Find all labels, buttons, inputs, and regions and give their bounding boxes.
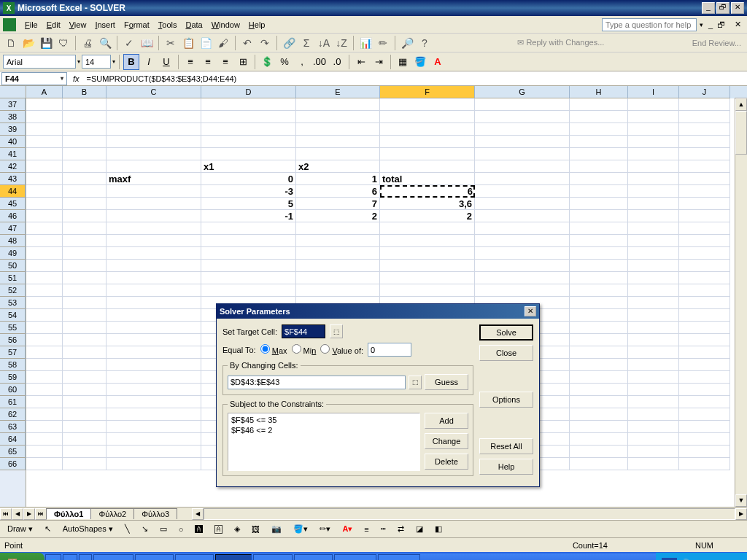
cell-B61[interactable] bbox=[63, 396, 107, 408]
constraints-listbox[interactable]: $F$45 <= 35$F$46 <= 2 bbox=[228, 413, 420, 471]
row-header-62[interactable]: 62 bbox=[0, 408, 26, 421]
autoshapes-menu[interactable]: AutoShapes ▾ bbox=[58, 523, 117, 535]
cell-H42[interactable] bbox=[570, 160, 628, 173]
sheet-tab-1[interactable]: Φύλλο1 bbox=[46, 508, 91, 519]
taskbar-item[interactable]: untitled ... bbox=[294, 554, 333, 560]
cell-C55[interactable] bbox=[107, 322, 201, 334]
select-objects-icon[interactable]: ↖ bbox=[40, 523, 55, 535]
cell-F49[interactable] bbox=[380, 247, 475, 260]
cell-E49[interactable] bbox=[296, 247, 380, 260]
cell-J40[interactable] bbox=[679, 136, 730, 148]
cell-A39[interactable] bbox=[26, 123, 63, 136]
cell-A56[interactable] bbox=[26, 334, 63, 346]
cell-I60[interactable] bbox=[628, 384, 679, 396]
cell-B39[interactable] bbox=[63, 123, 107, 136]
3d-icon[interactable]: ◧ bbox=[430, 523, 446, 535]
cell-A44[interactable] bbox=[26, 185, 63, 198]
cell-F41[interactable] bbox=[380, 148, 475, 160]
cell-A40[interactable] bbox=[26, 136, 63, 148]
menu-view[interactable]: View bbox=[65, 19, 91, 31]
cell-C53[interactable] bbox=[107, 297, 201, 309]
cell-A63[interactable] bbox=[26, 421, 63, 433]
cell-I54[interactable] bbox=[628, 309, 679, 322]
cell-H47[interactable] bbox=[570, 222, 628, 235]
cell-F45[interactable]: 3,6 bbox=[380, 198, 475, 210]
cell-A60[interactable] bbox=[26, 384, 63, 396]
menu-window[interactable]: Window bbox=[207, 19, 244, 31]
cell-I41[interactable] bbox=[628, 148, 679, 160]
delete-constraint-button[interactable]: Delete bbox=[425, 454, 468, 470]
cell-A37[interactable] bbox=[26, 98, 63, 111]
menu-insert[interactable]: Insert bbox=[90, 19, 120, 31]
textbox-icon[interactable]: 🅰 bbox=[190, 524, 207, 535]
cell-H44[interactable] bbox=[570, 185, 628, 198]
doc-close-button[interactable]: ✕ bbox=[732, 20, 744, 29]
copy-icon[interactable]: 📋 bbox=[180, 35, 196, 51]
cell-I49[interactable] bbox=[628, 247, 679, 260]
underline-button[interactable]: U bbox=[158, 54, 174, 70]
cell-F40[interactable] bbox=[380, 136, 475, 148]
cell-F37[interactable] bbox=[380, 98, 475, 111]
cell-H54[interactable] bbox=[570, 309, 628, 322]
taskbar-item[interactable]: ΑΣΚΗΣΕ... bbox=[334, 554, 376, 560]
cell-H66[interactable] bbox=[570, 458, 628, 470]
cell-C66[interactable] bbox=[107, 458, 201, 470]
cell-J55[interactable] bbox=[679, 322, 730, 334]
cell-J60[interactable] bbox=[679, 384, 730, 396]
cell-I65[interactable] bbox=[628, 446, 679, 458]
cell-J64[interactable] bbox=[679, 433, 730, 446]
cell-G43[interactable] bbox=[475, 173, 570, 185]
cell-A54[interactable] bbox=[26, 309, 63, 322]
row-header-59[interactable]: 59 bbox=[0, 371, 26, 384]
cell-H65[interactable] bbox=[570, 446, 628, 458]
cell-E48[interactable] bbox=[296, 235, 380, 247]
cell-D43[interactable]: 0 bbox=[201, 173, 296, 185]
cell-B52[interactable] bbox=[63, 284, 107, 297]
cell-I55[interactable] bbox=[628, 322, 679, 334]
cell-C38[interactable] bbox=[107, 111, 201, 123]
cell-F46[interactable]: 2 bbox=[380, 210, 475, 222]
reset-all-button[interactable]: Reset All bbox=[479, 438, 533, 454]
arrow-icon[interactable]: ↘ bbox=[137, 523, 152, 535]
cell-A42[interactable] bbox=[26, 160, 63, 173]
row-header-56[interactable]: 56 bbox=[0, 334, 26, 346]
preview-icon[interactable]: 🔍 bbox=[97, 35, 113, 51]
cell-B57[interactable] bbox=[63, 346, 107, 359]
tab-next-button[interactable]: ▶ bbox=[23, 508, 35, 520]
line-icon[interactable]: ╲ bbox=[120, 523, 134, 535]
row-header-48[interactable]: 48 bbox=[0, 235, 26, 247]
cell-A57[interactable] bbox=[26, 346, 63, 359]
options-button[interactable]: Options bbox=[479, 392, 533, 408]
cell-B55[interactable] bbox=[63, 322, 107, 334]
cell-E43[interactable]: 1 bbox=[296, 173, 380, 185]
cell-J66[interactable] bbox=[679, 458, 730, 470]
cell-G47[interactable] bbox=[475, 222, 570, 235]
comma-icon[interactable]: , bbox=[294, 54, 310, 70]
cell-E46[interactable]: 2 bbox=[296, 210, 380, 222]
target-cell-input[interactable] bbox=[282, 324, 325, 338]
cell-C40[interactable] bbox=[107, 136, 201, 148]
row-header-42[interactable]: 42 bbox=[0, 160, 26, 173]
arrow-style-icon[interactable]: ⇄ bbox=[393, 523, 409, 535]
cell-E39[interactable] bbox=[296, 123, 380, 136]
cell-B58[interactable] bbox=[63, 359, 107, 371]
cell-C58[interactable] bbox=[107, 359, 201, 371]
cell-I43[interactable] bbox=[628, 173, 679, 185]
cell-C51[interactable] bbox=[107, 272, 201, 284]
cell-J58[interactable] bbox=[679, 359, 730, 371]
hscroll-track[interactable] bbox=[204, 508, 735, 520]
line-color-icon[interactable]: ✏▾ bbox=[315, 523, 335, 535]
row-header-55[interactable]: 55 bbox=[0, 322, 26, 334]
cell-C49[interactable] bbox=[107, 247, 201, 260]
cell-D40[interactable] bbox=[201, 136, 296, 148]
col-header-J[interactable]: J bbox=[679, 86, 730, 98]
sheet-tab-2[interactable]: Φύλλο2 bbox=[90, 508, 134, 519]
cell-J63[interactable] bbox=[679, 421, 730, 433]
cell-G44[interactable] bbox=[475, 185, 570, 198]
cell-I61[interactable] bbox=[628, 396, 679, 408]
formula-input[interactable]: =SUMPRODUCT($D$43:$E$43;D44:E44) bbox=[84, 74, 747, 83]
borders-icon[interactable]: ▦ bbox=[395, 54, 411, 70]
cell-F48[interactable] bbox=[380, 235, 475, 247]
cell-H63[interactable] bbox=[570, 421, 628, 433]
cell-J56[interactable] bbox=[679, 334, 730, 346]
